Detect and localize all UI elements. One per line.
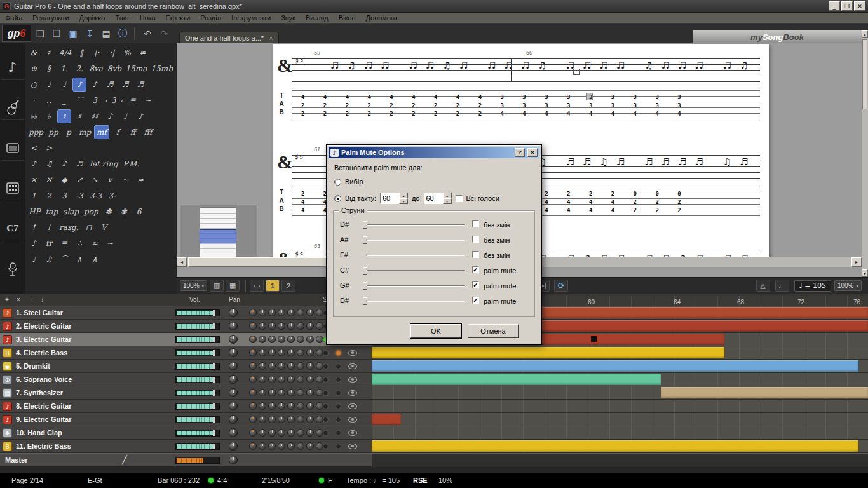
palette-item[interactable]: pop bbox=[82, 205, 100, 219]
string-slider[interactable] bbox=[363, 251, 465, 260]
palette-item[interactable]: 3 bbox=[57, 189, 71, 203]
palette-item[interactable]: ♯ bbox=[72, 109, 86, 123]
menu-item[interactable]: Нота bbox=[135, 13, 161, 24]
palette-item[interactable]: ♪ bbox=[72, 78, 86, 92]
palette-item[interactable]: slap bbox=[61, 205, 81, 219]
spin-down-icon[interactable]: ▾ bbox=[443, 198, 452, 204]
save-icon[interactable]: ▣ bbox=[65, 26, 81, 41]
to-bar-value[interactable]: 60 bbox=[424, 193, 443, 204]
palette-item[interactable]: ♪ bbox=[27, 236, 41, 250]
track-knob[interactable] bbox=[297, 416, 304, 423]
track-knob[interactable] bbox=[259, 309, 266, 316]
ok-button[interactable]: OK bbox=[410, 324, 461, 338]
palette-item[interactable]: fff bbox=[141, 125, 155, 139]
track-knob[interactable] bbox=[287, 429, 295, 437]
track-knob[interactable] bbox=[259, 336, 266, 343]
palette-item[interactable]: ♬ bbox=[118, 78, 132, 92]
palette-item[interactable]: ♫ bbox=[42, 252, 56, 266]
close-button[interactable]: ✕ bbox=[854, 1, 865, 11]
track-knob[interactable] bbox=[297, 322, 304, 330]
track-knob[interactable] bbox=[297, 362, 304, 370]
remove-track-icon[interactable]: × bbox=[17, 296, 20, 303]
track-timeline[interactable] bbox=[372, 346, 868, 359]
track-visibility-icon[interactable] bbox=[348, 350, 357, 356]
track-volume-slider[interactable] bbox=[175, 376, 220, 383]
timeline-bar[interactable] bbox=[661, 387, 868, 398]
track-knob[interactable] bbox=[306, 362, 314, 370]
print-icon[interactable]: ▤ bbox=[98, 26, 114, 41]
track-mute-led[interactable] bbox=[336, 377, 341, 383]
palette-item[interactable]: pp bbox=[46, 125, 60, 139]
palette-item[interactable]: ~ bbox=[118, 173, 132, 187]
track-knob[interactable] bbox=[306, 376, 314, 383]
track-knob[interactable] bbox=[278, 416, 285, 423]
dialog-help-icon[interactable]: ? bbox=[515, 148, 525, 157]
palette-item[interactable]: ◆ bbox=[57, 173, 71, 187]
track-knob[interactable] bbox=[297, 336, 304, 343]
palette-item[interactable]: -3 bbox=[72, 189, 86, 203]
track-visibility-icon[interactable] bbox=[348, 363, 357, 369]
string-checkbox[interactable] bbox=[472, 236, 479, 243]
track-timeline[interactable] bbox=[372, 413, 868, 426]
open-file-icon[interactable]: ❒ bbox=[49, 26, 64, 41]
track-row[interactable]: B 4. Electric Bass bbox=[0, 346, 868, 360]
palette-item[interactable]: ♩ bbox=[27, 252, 41, 266]
track-knob[interactable] bbox=[297, 429, 304, 437]
palette-item[interactable]: rasg. bbox=[57, 220, 81, 234]
palette-item[interactable]: ♩ bbox=[42, 78, 56, 92]
palette-item[interactable]: ‥ bbox=[42, 93, 56, 107]
count-in-icon[interactable]: ♩ bbox=[775, 280, 789, 292]
view-mode-1-button[interactable]: 1 bbox=[266, 280, 280, 292]
from-bar-spinner[interactable]: 60 ▴▾ bbox=[380, 193, 408, 204]
page-navigator-viewport[interactable] bbox=[200, 229, 236, 243]
string-checkbox[interactable]: ✓ bbox=[472, 281, 479, 288]
palette-item[interactable]: ppp bbox=[27, 125, 45, 139]
loop-icon[interactable]: ⟳ bbox=[554, 280, 568, 292]
new-file-icon[interactable]: ❑ bbox=[32, 26, 48, 41]
track-knob[interactable] bbox=[259, 402, 266, 410]
range-radio[interactable] bbox=[334, 195, 341, 202]
track-knob[interactable] bbox=[268, 442, 276, 450]
palette-item[interactable]: 3 bbox=[88, 93, 102, 107]
track-pan-knob[interactable] bbox=[229, 335, 238, 344]
palette-item[interactable]: ↑ bbox=[27, 220, 41, 234]
palette-item[interactable]: 1 bbox=[27, 189, 41, 203]
track-visibility-icon[interactable] bbox=[348, 430, 357, 436]
track-visibility-icon[interactable] bbox=[348, 390, 357, 396]
track-knob[interactable] bbox=[259, 349, 266, 356]
track-knob[interactable] bbox=[249, 349, 257, 356]
palette-item[interactable]: > bbox=[42, 141, 56, 155]
palette-item[interactable]: · bbox=[27, 93, 41, 107]
microphone-icon[interactable] bbox=[2, 257, 24, 282]
track-knob[interactable] bbox=[278, 336, 285, 343]
track-knob[interactable] bbox=[268, 349, 276, 356]
track-knob[interactable] bbox=[287, 389, 295, 396]
palette-item[interactable]: ∧ bbox=[88, 252, 102, 266]
palette-item[interactable]: ≡ bbox=[57, 236, 71, 250]
timeline-bar[interactable] bbox=[372, 360, 858, 372]
track-solo-led[interactable] bbox=[323, 363, 329, 369]
palette-item[interactable]: 6 bbox=[132, 205, 146, 219]
spin-up-icon[interactable]: ▴ bbox=[399, 193, 408, 198]
track-volume-slider[interactable] bbox=[175, 336, 220, 343]
palette-item[interactable]: ≈ bbox=[88, 236, 102, 250]
track-knob[interactable] bbox=[306, 429, 314, 437]
track-knob[interactable] bbox=[278, 322, 285, 330]
track-row[interactable]: B 11. Electric Bass bbox=[0, 440, 868, 453]
to-bar-spinner[interactable]: 60 ▴▾ bbox=[424, 193, 452, 204]
track-knob[interactable] bbox=[306, 402, 314, 410]
palette-item[interactable]: ≡ bbox=[126, 93, 140, 107]
track-timeline[interactable] bbox=[372, 360, 868, 372]
master-knob[interactable] bbox=[229, 456, 238, 464]
track-pan-knob[interactable] bbox=[229, 442, 238, 451]
track-volume-slider[interactable] bbox=[175, 416, 220, 423]
palette-item[interactable]: 2. bbox=[72, 62, 86, 76]
track-knob[interactable] bbox=[306, 309, 314, 316]
palette-item[interactable]: |: bbox=[90, 46, 104, 60]
tempo-button[interactable]: ♩ = 105 bbox=[794, 280, 831, 292]
track-knob[interactable] bbox=[278, 429, 285, 437]
track-knob[interactable] bbox=[249, 309, 257, 316]
track-pan-knob[interactable] bbox=[229, 308, 238, 317]
track-pan-knob[interactable] bbox=[229, 415, 238, 424]
timeline-bar[interactable] bbox=[372, 440, 858, 452]
